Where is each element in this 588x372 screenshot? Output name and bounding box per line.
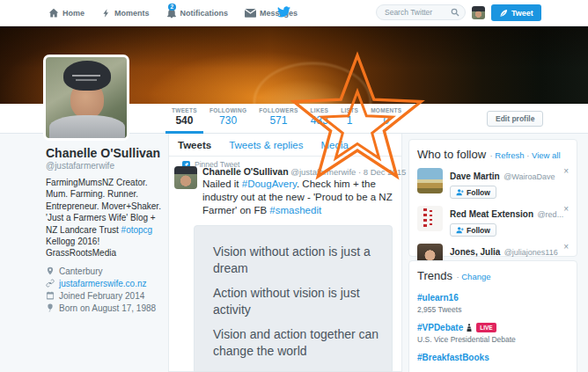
- stat-moments[interactable]: MOMENTS 0: [364, 104, 408, 134]
- nav-home-label: Home: [62, 9, 85, 18]
- suggestion-handle: @red...: [537, 210, 563, 219]
- tab-tweets-replies[interactable]: Tweets & replies: [229, 140, 303, 150]
- profile-location: Canterbury: [46, 266, 164, 276]
- suggestion-avatar[interactable]: [417, 206, 443, 231]
- trend-link[interactable]: #VPDebate: [417, 323, 463, 332]
- avatar-scarf: [49, 115, 125, 141]
- suggestion-row: Red Meat Extension @red... × Follow: [417, 205, 569, 237]
- profile-name: Chanelle O'Sullivan: [46, 146, 164, 160]
- suggestion-handle: @WairoaDave: [503, 172, 555, 181]
- tweet-text: Nailed it #DougAvery. Check him + the in…: [202, 178, 398, 217]
- nav-moments[interactable]: Moments: [101, 8, 150, 18]
- trends-title: Trends: [417, 269, 452, 282]
- avatar-beanie: [63, 61, 111, 91]
- profile-website: justafarmerswife.co.nz: [46, 279, 164, 288]
- follow-person-icon: [456, 188, 464, 196]
- link-icon: [46, 279, 55, 288]
- edit-profile-button[interactable]: Edit profile: [487, 111, 543, 127]
- profile-bio: FarmingMumsNZ Creator. Mum. Farming. Run…: [46, 177, 164, 259]
- follow-person-icon: [456, 226, 464, 234]
- tweet-date[interactable]: 8 Dec 2015: [364, 167, 407, 177]
- suggestion-name[interactable]: Dave Martin: [450, 171, 500, 181]
- search-icon[interactable]: [451, 8, 459, 17]
- timeline-tabs: Tweets Tweets & replies Media: [169, 134, 401, 157]
- feather-icon: [499, 9, 508, 18]
- trends-card: Trends · Change #ulearn16 2,955 Tweets #…: [408, 260, 577, 372]
- stat-likes[interactable]: LIKES 433: [305, 104, 335, 134]
- twitter-profile-page: Home Moments 2 Notifications Messages: [0, 0, 588, 372]
- dismiss-icon[interactable]: ×: [563, 167, 569, 176]
- live-badge: LIVE: [476, 323, 496, 332]
- trend-meta: U.S. Vice Presidential Debate: [417, 335, 569, 344]
- suggestion-name[interactable]: Jones, Julia: [450, 247, 500, 257]
- profile-summary: Chanelle O'Sullivan @justafarmerwife Far…: [46, 146, 164, 316]
- dismiss-icon[interactable]: ×: [563, 205, 569, 214]
- refresh-link[interactable]: Refresh: [495, 150, 524, 160]
- tweet-image-quote-text: Vision without action is just a dream Ac…: [195, 226, 392, 359]
- who-to-follow-card: Who to follow · Refresh · View all Dave …: [408, 139, 577, 257]
- tweet-image[interactable]: Vision without action is just a dream Ac…: [194, 225, 393, 372]
- home-icon: [48, 8, 59, 18]
- trend-item: #ulearn16 2,955 Tweets: [417, 288, 569, 314]
- trend-item: #BreakfastBooks: [417, 348, 569, 364]
- dismiss-icon[interactable]: ×: [563, 243, 569, 252]
- stat-tweets[interactable]: TWEETS 540: [165, 104, 203, 134]
- suggestion-handle: @juliajones116: [504, 248, 558, 257]
- compose-tweet-button[interactable]: Tweet: [491, 4, 541, 21]
- profile-website-link[interactable]: justafarmerswife.co.nz: [59, 279, 146, 288]
- tweet-author-name[interactable]: Chanelle O'Sullivan: [202, 166, 289, 177]
- envelope-icon: [245, 8, 256, 18]
- trend-item: #CandidatesDebateWalkoutMusic 3,004 Twee…: [417, 368, 569, 372]
- lightning-icon: [101, 8, 111, 18]
- tweet-author-handle: @justafarmerwife: [290, 167, 356, 177]
- trend-link[interactable]: #BreakfastBooks: [417, 353, 489, 362]
- twitter-logo-icon[interactable]: [277, 6, 290, 18]
- who-to-follow-title: Who to follow: [417, 148, 486, 161]
- hashtag-smashedit-link[interactable]: #smashedit: [269, 205, 321, 215]
- tweet-timeline: Tweets Tweets & replies Media Pinned Twe…: [168, 134, 402, 372]
- balloon-icon: [46, 303, 55, 312]
- notifications-badge: 2: [168, 4, 177, 11]
- compose-tweet-label: Tweet: [511, 9, 533, 18]
- tab-tweets[interactable]: Tweets: [178, 140, 211, 150]
- podium-icon: [466, 324, 473, 332]
- follow-button[interactable]: Follow: [450, 223, 496, 237]
- stat-following[interactable]: FOLLOWING 730: [203, 104, 253, 134]
- follow-button[interactable]: Follow: [450, 186, 496, 199]
- trend-link[interactable]: #ulearn16: [417, 293, 459, 303]
- nav-notifications-label: Notifications: [180, 9, 229, 18]
- suggestion-name[interactable]: Red Meat Extension: [450, 209, 533, 219]
- tweet-header: Chanelle O'Sullivan @justafarmerwife · 8…: [202, 166, 406, 177]
- hashtag-dougavery-link[interactable]: #DougAvery: [242, 179, 297, 189]
- trend-meta: 2,955 Tweets: [417, 305, 569, 314]
- nav-user-avatar[interactable]: [472, 6, 485, 19]
- nav-notifications[interactable]: 2 Notifications: [166, 8, 229, 18]
- tab-media[interactable]: Media: [321, 140, 349, 150]
- calendar-icon: [46, 291, 55, 300]
- view-all-link[interactable]: View all: [532, 150, 561, 160]
- stat-lists[interactable]: LISTS 1: [334, 104, 364, 134]
- stat-followers[interactable]: FOLLOWERS 571: [253, 104, 304, 134]
- location-pin-icon: [46, 266, 55, 275]
- profile-avatar[interactable]: [43, 55, 129, 141]
- suggestion-avatar[interactable]: [417, 168, 443, 193]
- top-nav-bar: Home Moments 2 Notifications Messages: [0, 0, 588, 26]
- tweet-author-avatar[interactable]: [174, 166, 197, 189]
- suggestion-row: Dave Martin @WairoaDave × Follow: [417, 167, 569, 200]
- profile-joined: Joined February 2014: [46, 291, 164, 301]
- profile-birthday: Born on August 17, 1988: [46, 303, 164, 313]
- trend-item: #VPDebateLIVE U.S. Vice Presidential Deb…: [417, 318, 569, 344]
- profile-handle[interactable]: @justafarmerwife: [46, 161, 164, 171]
- nav-home[interactable]: Home: [48, 8, 85, 18]
- nav-moments-label: Moments: [114, 9, 150, 18]
- trends-change-link[interactable]: Change: [461, 272, 490, 281]
- bio-hashtag-link[interactable]: #otopcg: [121, 225, 153, 235]
